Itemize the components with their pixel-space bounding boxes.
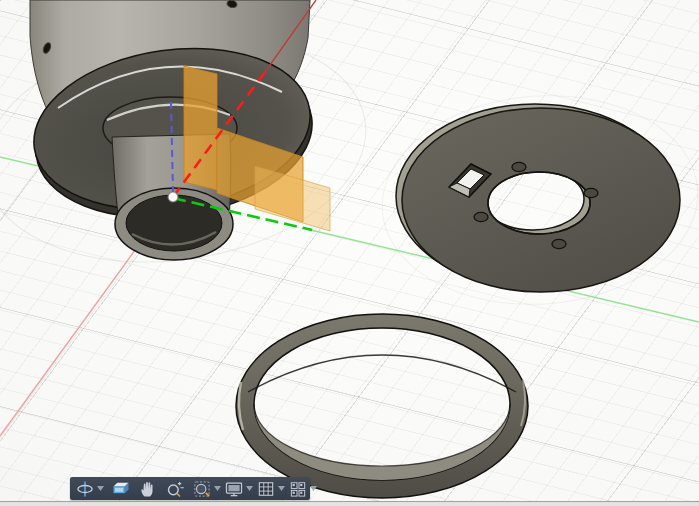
sketch-plane-left[interactable] bbox=[184, 66, 217, 190]
part-ring[interactable] bbox=[236, 314, 528, 498]
timeline-top-edge bbox=[0, 501, 699, 506]
grid-icon bbox=[256, 479, 276, 499]
orbit-button[interactable] bbox=[73, 478, 96, 499]
display-settings-dropdown-caret[interactable] bbox=[245, 478, 254, 499]
display-settings-button[interactable] bbox=[222, 478, 245, 499]
pan-hand-icon bbox=[138, 479, 158, 499]
navigation-toolbar bbox=[70, 477, 310, 500]
disc-small-hole-top[interactable] bbox=[512, 162, 526, 171]
viewports-icon bbox=[288, 479, 308, 499]
viewport-background bbox=[0, 0, 699, 506]
viewports-dropdown-caret[interactable] bbox=[309, 478, 318, 499]
look-at-icon bbox=[111, 479, 131, 499]
grid-and-snaps-button[interactable] bbox=[254, 478, 277, 499]
viewports-button[interactable] bbox=[286, 478, 309, 499]
origin-point[interactable] bbox=[168, 192, 178, 202]
disc-small-hole-right[interactable] bbox=[584, 188, 598, 197]
y-axis-left-segment[interactable] bbox=[0, 157, 38, 166]
zoom-icon bbox=[165, 479, 185, 499]
orbit-dropdown-caret[interactable] bbox=[96, 478, 105, 499]
fit-icon bbox=[192, 479, 212, 499]
pan-button[interactable] bbox=[136, 478, 159, 499]
disc-center-hole-outline bbox=[488, 172, 590, 234]
display-settings-icon bbox=[224, 479, 244, 499]
ring-groove-line bbox=[248, 355, 516, 392]
look-at-button[interactable] bbox=[109, 478, 132, 499]
part-disc-with-holes[interactable] bbox=[396, 104, 680, 292]
fit-button[interactable] bbox=[190, 478, 213, 499]
fit-dropdown-caret[interactable] bbox=[213, 478, 222, 499]
disc-top-face[interactable] bbox=[402, 108, 680, 292]
orbit-icon bbox=[75, 479, 95, 499]
small-cylinder-bore[interactable] bbox=[126, 195, 222, 251]
grid-dropdown-caret[interactable] bbox=[277, 478, 286, 499]
disc-small-hole-bottom-left[interactable] bbox=[474, 212, 488, 221]
model-scene bbox=[0, 0, 699, 506]
zoom-button[interactable] bbox=[163, 478, 186, 499]
disc-small-hole-bottom[interactable] bbox=[552, 239, 566, 248]
